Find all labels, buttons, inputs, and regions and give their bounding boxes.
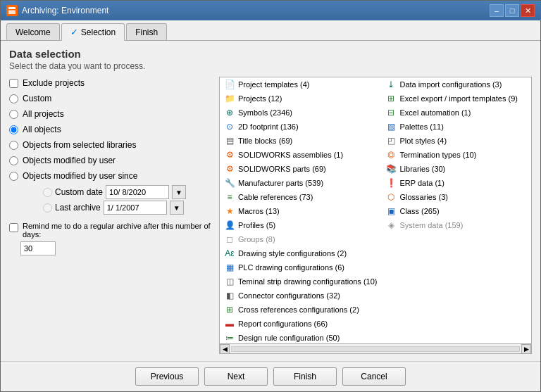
list-item[interactable]: ▣Class (265)	[381, 204, 531, 218]
list-item[interactable]: ≡Cable references (73)	[220, 190, 381, 204]
all-projects-row: All projects	[9, 108, 213, 120]
list-item-label: Libraries (30)	[399, 165, 445, 173]
tab-welcome[interactable]: Welcome	[6, 23, 60, 40]
list-item[interactable]: ⬡Glossaries (3)	[381, 190, 531, 204]
all-objects-label: All objects	[23, 125, 61, 134]
exclude-projects-row: Exclude projects	[9, 77, 213, 89]
cancel-button[interactable]: Cancel	[342, 367, 406, 386]
list-item[interactable]: ⊞Cross references configurations (2)	[220, 303, 381, 317]
list-item[interactable]: ⊟Excel automation (1)	[381, 106, 531, 120]
list-item-label: Glossaries (3)	[399, 193, 447, 201]
main-window: Archiving: Environment – □ ✕ Welcome ✓ S…	[0, 0, 541, 392]
list-item[interactable]: ▧Palettes (11)	[381, 120, 531, 134]
list-item[interactable]: ◰Plot styles (4)	[381, 134, 531, 148]
scroll-track[interactable]	[231, 346, 520, 352]
list-item[interactable]: ◧Connector configurations (32)	[220, 289, 381, 303]
list-item[interactable]: ⚙SOLIDWORKS assemblies (1)	[220, 148, 381, 162]
list-item[interactable]: ⊙2D footprint (136)	[220, 120, 381, 134]
list-item[interactable]: 📁Projects (12)	[220, 91, 381, 106]
tab-selection-check: ✓	[70, 27, 78, 37]
list-item[interactable]: ▦PLC drawing configurations (6)	[220, 260, 381, 274]
list-item-label: Project templates (4)	[238, 80, 309, 89]
list-item-label: PLC drawing configurations (6)	[238, 263, 344, 272]
all-projects-radio[interactable]	[9, 110, 18, 119]
items-list[interactable]: 📄Project templates (4)📁Projects (12)⊕Sym…	[219, 77, 532, 344]
maximize-button[interactable]: □	[505, 4, 519, 17]
finish-button[interactable]: Finish	[273, 367, 337, 386]
objects-user-row: Objects modified by user	[9, 154, 213, 167]
list-item[interactable]: 📚Libraries (30)	[381, 162, 531, 176]
objects-user-label: Objects modified by user	[23, 156, 116, 165]
connector-icon: ◧	[224, 290, 235, 301]
cable-icon: ≡	[224, 191, 235, 203]
list-item-label: Groups (8)	[238, 235, 275, 244]
custom-date-picker-button[interactable]: ▼	[172, 185, 186, 199]
list-item[interactable]: ⊕Symbols (2346)	[220, 106, 381, 120]
list-item-label: Plot styles (4)	[399, 137, 447, 145]
list-column-left: 📄Project templates (4)📁Projects (12)⊕Sym…	[220, 77, 381, 344]
minimize-button[interactable]: –	[490, 4, 504, 17]
custom-date-label: Custom date	[55, 187, 103, 197]
list-item-label: Manufacturer parts (539)	[238, 179, 323, 187]
groups-icon: ◻	[224, 234, 235, 245]
horizontal-scrollbar[interactable]: ◀ ▶	[219, 344, 532, 354]
drawing-icon: Aε	[224, 248, 235, 259]
list-item[interactable]: ◈System data (159)	[381, 218, 531, 232]
list-item[interactable]: ★Macros (13)	[220, 204, 381, 218]
scroll-left-button[interactable]: ◀	[220, 344, 230, 354]
objects-selected-radio[interactable]	[9, 141, 18, 150]
excel-icon: ⊞	[385, 93, 397, 104]
terminal-icon: ◫	[224, 276, 235, 287]
list-item[interactable]: ⤓Data import configurations (3)	[381, 77, 531, 91]
close-button[interactable]: ✕	[521, 4, 535, 17]
scroll-right-button[interactable]: ▶	[521, 344, 531, 354]
previous-button[interactable]: Previous	[135, 367, 199, 386]
objects-user-radio[interactable]	[9, 156, 18, 165]
list-item-label: Cross references configurations (2)	[238, 305, 359, 314]
list-grid: 📄Project templates (4)📁Projects (12)⊕Sym…	[220, 77, 531, 344]
system-icon: ◈	[385, 220, 397, 231]
svg-rect-0	[8, 7, 15, 9]
remind-checkbox[interactable]	[9, 223, 18, 232]
all-objects-radio[interactable]	[9, 125, 18, 134]
window-controls: – □ ✕	[490, 4, 535, 17]
manufacturer-icon: 🔧	[224, 177, 235, 189]
list-item-label: System data (159)	[399, 221, 463, 229]
remind-days-input[interactable]	[20, 241, 56, 255]
all-objects-row: All objects	[9, 123, 213, 136]
list-item-label: Report configurations (66)	[238, 320, 328, 328]
exclude-projects-checkbox[interactable]	[9, 79, 18, 88]
custom-radio[interactable]	[9, 94, 18, 103]
list-item[interactable]: ⊞Excel export / import templates (9)	[381, 91, 531, 106]
list-item[interactable]: ⚙SOLIDWORKS parts (69)	[220, 162, 381, 176]
erp-icon: ❗	[385, 177, 397, 189]
list-item[interactable]: ◻Groups (8)	[220, 232, 381, 246]
list-item[interactable]: 🔧Manufacturer parts (539)	[220, 176, 381, 190]
list-item[interactable]: ❗ERP data (1)	[381, 176, 531, 190]
custom-date-input[interactable]	[106, 185, 169, 199]
profiles-icon: 👤	[224, 220, 235, 231]
list-item-label: Termination types (10)	[399, 151, 476, 159]
list-item[interactable]: ▤Title blocks (69)	[220, 134, 381, 148]
list-item[interactable]: 📄Project templates (4)	[220, 77, 381, 91]
list-item[interactable]: 👤Profiles (5)	[220, 218, 381, 232]
next-button[interactable]: Next	[204, 367, 268, 386]
list-item[interactable]: ▬Report configurations (66)	[220, 317, 381, 331]
list-item[interactable]: ≔Design rule configuration (50)	[220, 331, 381, 344]
objects-since-radio[interactable]	[9, 172, 18, 181]
custom-date-radio[interactable]	[43, 188, 52, 197]
macros-icon: ★	[224, 206, 235, 217]
tab-welcome-label: Welcome	[15, 27, 51, 37]
tab-finish[interactable]: Finish	[126, 23, 167, 40]
last-archive-radio[interactable]	[43, 203, 52, 213]
list-item-label: SOLIDWORKS assemblies (1)	[238, 151, 343, 159]
list-item[interactable]: ◫Teminal strip drawing configurations (1…	[220, 274, 381, 289]
last-archive-input[interactable]	[104, 201, 167, 215]
tab-selection[interactable]: ✓ Selection	[61, 23, 125, 41]
list-item-label: Profiles (5)	[238, 221, 275, 229]
libraries-icon: 📚	[385, 163, 397, 175]
design-rule-icon: ≔	[224, 332, 235, 343]
list-item[interactable]: ⏣Termination types (10)	[381, 148, 531, 162]
list-item[interactable]: AεDrawing style configurations (2)	[220, 246, 381, 260]
last-archive-picker-button[interactable]: ▼	[170, 201, 184, 215]
